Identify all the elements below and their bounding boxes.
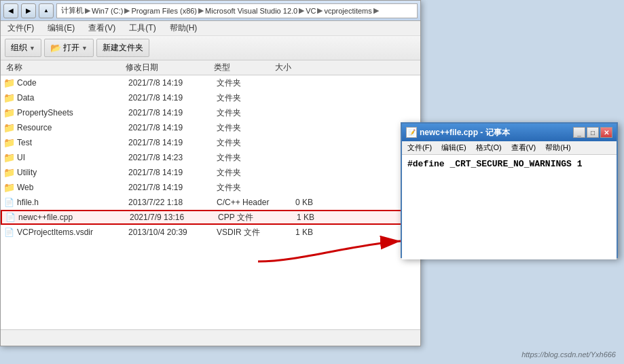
notepad-content[interactable]: #define _CRT_SECURE_NO_WARNINGS 1: [402, 155, 617, 259]
menu-bar: 文件(F) 编辑(E) 查看(V) 工具(T) 帮助(H): [1, 21, 420, 36]
open-icon: 📂: [50, 43, 61, 53]
notepad-title: newc++file.cpp - 记事本: [420, 127, 570, 139]
notepad-window: 📝 newc++file.cpp - 记事本 _ □ ✕ 文件(F) 编辑(E)…: [401, 122, 618, 258]
open-button[interactable]: 📂 打开 ▼: [44, 39, 94, 57]
col-date-header[interactable]: 修改日期: [126, 62, 214, 73]
path-segment: vcprojectitems: [324, 7, 371, 15]
path-segment: Win7 (C:): [92, 7, 123, 15]
notepad-menubar: 文件(F) 编辑(E) 格式(O) 查看(V) 帮助(H): [402, 141, 617, 155]
file-name: UI: [17, 153, 128, 162]
file-icon-cell: 📄: [5, 212, 16, 223]
file-date: 2021/7/9 13:16: [130, 213, 218, 222]
notepad-titlebar: 📝 newc++file.cpp - 记事本 _ □ ✕: [402, 124, 617, 141]
file-type: VSDIR 文件: [217, 227, 278, 238]
address-path[interactable]: 计算机 ▶ Win7 (C:) ▶ Program Files (x86) ▶ …: [56, 3, 418, 18]
col-name-header[interactable]: 名称: [3, 62, 126, 73]
file-icon-cell: 📁: [3, 182, 14, 193]
file-icon-cell: 📁: [3, 152, 14, 163]
notepad-app-icon: 📝: [406, 127, 417, 138]
np-menu-view[interactable]: 查看(V): [509, 142, 539, 153]
forward-button[interactable]: ▶: [21, 3, 36, 18]
folder-icon: 📁: [3, 92, 15, 103]
back-button[interactable]: ◀: [3, 3, 18, 18]
file-icon-cell: 📄: [3, 197, 14, 208]
folder-icon: 📁: [3, 182, 15, 193]
table-row[interactable]: 📁 Web 2021/7/8 14:19 文件夹: [1, 180, 420, 195]
organize-button[interactable]: 组织 ▼: [5, 39, 41, 57]
organize-arrow-icon: ▼: [29, 45, 35, 52]
file-icon-cell: 📄: [3, 227, 14, 238]
np-menu-help[interactable]: 帮助(H): [543, 142, 573, 153]
menu-help[interactable]: 帮助(H): [166, 21, 202, 35]
open-arrow-icon: ▼: [81, 45, 88, 52]
new-folder-label: 新建文件夹: [103, 42, 143, 54]
file-name: PropertySheets: [17, 108, 128, 117]
cpp-file-icon: 📄: [5, 213, 16, 222]
file-date: 2013/7/22 1:18: [128, 198, 217, 207]
maximize-button[interactable]: □: [587, 127, 599, 138]
file-type: 文件夹: [217, 107, 278, 119]
path-segment: Program Files (x86): [131, 7, 197, 15]
file-icon-cell: 📁: [3, 167, 14, 178]
titlebar-buttons: _ □ ✕: [573, 127, 612, 138]
folder-icon: 📁: [3, 137, 15, 148]
folder-icon: 📁: [3, 122, 15, 133]
column-headers: 名称 修改日期 类型 大小: [1, 60, 420, 75]
close-button[interactable]: ✕: [600, 127, 612, 138]
file-name: VCProjectItems.vsdir: [17, 228, 128, 237]
file-icon-cell: 📁: [3, 137, 14, 148]
file-list: 📁 Code 2021/7/8 14:19 文件夹 📁 Data 2021/7/…: [1, 75, 420, 331]
up-button[interactable]: ▲: [39, 3, 54, 18]
menu-tools[interactable]: 工具(T): [125, 21, 160, 35]
minimize-button[interactable]: _: [573, 127, 585, 138]
menu-view[interactable]: 查看(V): [84, 21, 120, 35]
table-row[interactable]: 📁 Utility 2021/7/8 14:19 文件夹: [1, 165, 420, 180]
notepad-code-text: #define _CRT_SECURE_NO_WARNINGS 1: [407, 159, 582, 169]
address-bar: ◀ ▶ ▲ 计算机 ▶ Win7 (C:) ▶ Program Files (x…: [1, 1, 420, 21]
file-size: 1 KB: [278, 228, 318, 237]
file-type: CPP 文件: [218, 212, 279, 223]
table-row[interactable]: 📁 UI 2021/7/8 14:23 文件夹: [1, 150, 420, 165]
file-icon-cell: 📁: [3, 107, 14, 118]
file-date: 2021/7/8 14:19: [128, 138, 217, 147]
folder-icon: 📁: [3, 167, 15, 178]
table-row[interactable]: 📁 PropertySheets 2021/7/8 14:19 文件夹: [1, 105, 420, 120]
file-type: 文件夹: [217, 152, 278, 164]
folder-icon: 📁: [3, 152, 15, 163]
toolbar: 组织 ▼ 📂 打开 ▼ 新建文件夹: [1, 36, 420, 60]
col-size-header[interactable]: 大小: [275, 62, 316, 73]
file-type: 文件夹: [217, 122, 278, 134]
table-row[interactable]: 📄 newc++file.cpp 2021/7/9 13:16 CPP 文件 1…: [1, 210, 420, 225]
file-name: Data: [17, 93, 128, 103]
menu-file[interactable]: 文件(F): [3, 21, 38, 35]
file-name: Code: [17, 78, 128, 88]
menu-edit[interactable]: 编辑(E): [43, 21, 79, 35]
table-row[interactable]: 📁 Data 2021/7/8 14:19 文件夹: [1, 90, 420, 105]
file-type: 文件夹: [217, 92, 278, 104]
file-icon-cell: 📁: [3, 77, 14, 88]
new-folder-button[interactable]: 新建文件夹: [96, 39, 149, 57]
file-name: hfile.h: [17, 198, 128, 207]
file-name: newc++file.cpp: [18, 213, 130, 222]
organize-label: 组织: [11, 42, 27, 54]
file-size: 0 KB: [278, 198, 318, 207]
np-menu-edit[interactable]: 编辑(E): [439, 142, 469, 153]
header-file-icon: 📄: [4, 198, 14, 207]
np-menu-file[interactable]: 文件(F): [405, 142, 435, 153]
col-type-header[interactable]: 类型: [214, 62, 275, 73]
table-row[interactable]: 📄 VCProjectItems.vsdir 2013/10/4 20:39 V…: [1, 225, 420, 240]
file-name: Test: [17, 138, 128, 147]
file-icon-cell: 📁: [3, 92, 14, 103]
table-row[interactable]: 📁 Resource 2021/7/8 14:19 文件夹: [1, 120, 420, 135]
file-type: 文件夹: [217, 182, 278, 194]
file-date: 2021/7/8 14:19: [128, 123, 217, 132]
path-segment: VC: [306, 7, 316, 15]
file-date: 2013/10/4 20:39: [128, 228, 217, 237]
file-date: 2021/7/8 14:19: [128, 93, 217, 103]
table-row[interactable]: 📁 Test 2021/7/8 14:19 文件夹: [1, 135, 420, 150]
np-menu-format[interactable]: 格式(O): [473, 142, 504, 153]
table-row[interactable]: 📁 Code 2021/7/8 14:19 文件夹: [1, 75, 420, 90]
open-label: 打开: [63, 42, 79, 54]
path-segment: 计算机: [61, 5, 84, 16]
table-row[interactable]: 📄 hfile.h 2013/7/22 1:18 C/C++ Header 0 …: [1, 195, 420, 210]
